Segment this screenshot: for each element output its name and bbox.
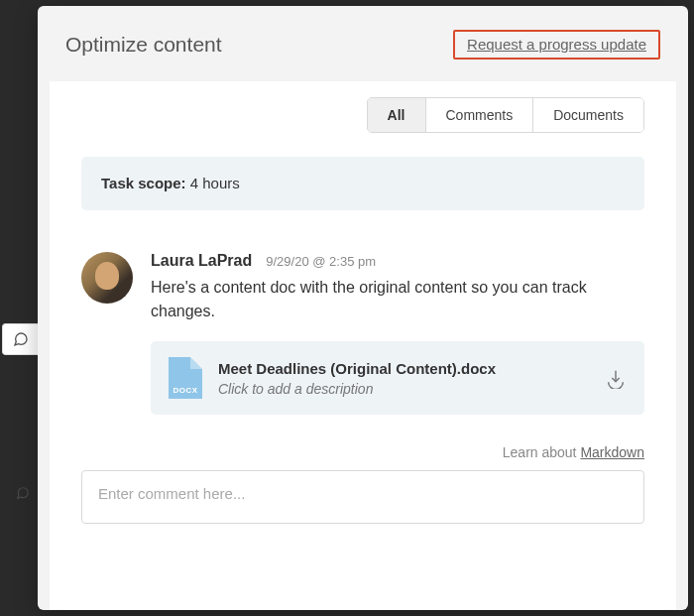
markdown-link[interactable]: Markdown (580, 444, 644, 460)
task-scope-box: Task scope: 4 hours (81, 157, 644, 210)
avatar[interactable] (81, 252, 133, 304)
tab-comments[interactable]: Comments (426, 98, 534, 132)
tab-documents[interactable]: Documents (533, 98, 643, 132)
tab-all[interactable]: All (368, 98, 426, 132)
comment-text: Here's a content doc with the original c… (151, 276, 644, 323)
attachment-description[interactable]: Click to add a description (218, 381, 589, 397)
comment-item: Laura LaPrad 9/29/20 @ 2:35 pm Here's a … (81, 252, 644, 415)
comments-tab-toggle[interactable] (2, 323, 38, 355)
request-progress-link[interactable]: Request a progress update (461, 33, 652, 56)
modal-body: All Comments Documents Task scope: 4 hou… (50, 81, 676, 610)
file-ext-label: DOCX (169, 386, 202, 395)
filter-tabs: All Comments Documents (81, 97, 644, 133)
task-modal: Optimize content Request a progress upda… (38, 6, 688, 610)
learn-prefix: Learn about (503, 444, 581, 460)
comment-input[interactable]: Enter comment here... (81, 470, 644, 524)
modal-title: Optimize content (65, 33, 222, 57)
comment-timestamp: 9/29/20 @ 2:35 pm (266, 254, 376, 269)
comment-placeholder: Enter comment here... (98, 485, 245, 502)
scope-label: Task scope: (101, 175, 186, 191)
comment-author: Laura LaPrad (151, 252, 252, 270)
scope-value: 4 hours (186, 175, 240, 191)
docx-icon: DOCX (169, 357, 202, 399)
attachment-card[interactable]: DOCX Meet Deadlines (Original Content).d… (151, 341, 644, 415)
attachment-filename: Meet Deadlines (Original Content).docx (218, 359, 589, 379)
modal-header: Optimize content Request a progress upda… (38, 6, 688, 81)
markdown-hint: Learn about Markdown (81, 444, 644, 460)
speech-bubble-icon (13, 331, 29, 347)
download-icon[interactable] (605, 367, 627, 389)
highlight-annotation: Request a progress update (453, 30, 660, 60)
chat-icon (16, 486, 30, 500)
